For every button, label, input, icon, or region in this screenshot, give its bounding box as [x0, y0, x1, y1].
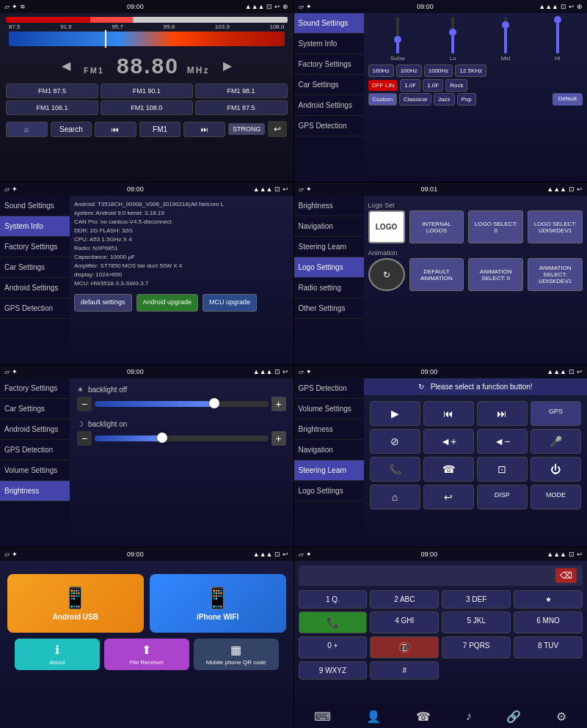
key-call[interactable]: 📞 — [299, 611, 368, 633]
search-button[interactable]: Search — [51, 122, 92, 137]
freq-100hz[interactable]: 100Hz — [396, 65, 422, 77]
menu-android-2[interactable]: Android Settings — [294, 95, 364, 116]
menu-gps-3[interactable]: GPS Detection — [0, 298, 70, 319]
android-upgrade-btn[interactable]: Android upgrade — [136, 294, 199, 312]
menu-car-2[interactable]: Car Settings — [294, 75, 364, 95]
anim-select-btn[interactable]: ANIMATION SELECT: 0 — [468, 258, 523, 291]
menu-logo-4[interactable]: Logo Settings — [294, 257, 364, 278]
phone-keyboard-icon[interactable]: ⌨ — [311, 707, 334, 727]
lo-track[interactable] — [451, 17, 454, 54]
prev-button[interactable]: ⏮ — [95, 122, 136, 137]
home-button[interactable]: ⌂ — [6, 122, 48, 137]
key-4[interactable]: 4 GHI — [370, 611, 439, 633]
anim-select-udisk-btn[interactable]: ANIMATION SELECT: UDISKDEV1 — [528, 258, 583, 291]
backlight-on-minus[interactable]: − — [77, 431, 92, 446]
key-3[interactable]: 3 DEF — [442, 590, 511, 608]
key-5[interactable]: 5 JKL — [442, 611, 511, 633]
key-2[interactable]: 2 ABC — [370, 590, 439, 608]
menu-factory-3[interactable]: Factory Settings — [0, 237, 70, 257]
preset-custom[interactable]: Custom — [368, 93, 398, 106]
steer-power[interactable]: ⏻ — [531, 457, 581, 482]
mcu-upgrade-btn[interactable]: MCU upgrade — [203, 294, 257, 312]
steer-vol-down[interactable]: ◄− — [477, 429, 528, 454]
key-1[interactable]: 1 Q. — [299, 590, 368, 608]
menu-nav-4[interactable]: Navigation — [294, 216, 364, 237]
preset-5[interactable]: FM1 108.0 — [101, 100, 193, 115]
key-7[interactable]: 7 PQRS — [442, 636, 511, 658]
preset-pop[interactable]: Pop — [457, 93, 476, 106]
menu-steer-4[interactable]: Steering Learn — [294, 237, 364, 257]
menu-sound-settings[interactable]: Sound Settings — [294, 13, 364, 34]
key-8[interactable]: 8 TUV — [514, 636, 583, 658]
backlight-off-thumb[interactable] — [209, 398, 219, 408]
freq-1000hz[interactable]: 1000Hz — [424, 65, 453, 77]
menu-brightness-6[interactable]: Brightness — [294, 419, 364, 440]
steer-prev[interactable]: ⏮ — [423, 401, 474, 426]
menu-brightness-4[interactable]: Brightness — [294, 196, 364, 216]
qr-code-button[interactable]: ▦ Mobile phone QR code — [194, 639, 279, 670]
back-button[interactable]: ↩ — [268, 121, 287, 137]
preset-6[interactable]: FM1 87.5 — [195, 100, 288, 115]
phone-settings-icon[interactable]: ⚙ — [553, 707, 569, 727]
menu-car-5[interactable]: Car Settings — [0, 399, 70, 419]
val-1f-2[interactable]: 1.0F — [423, 79, 443, 92]
steer-cam[interactable]: ⊡ — [477, 457, 528, 482]
steer-next[interactable]: ⏭ — [477, 401, 528, 426]
about-button[interactable]: ℹ About — [15, 639, 100, 670]
menu-gps-5[interactable]: GPS Detection — [0, 440, 70, 460]
steer-home[interactable]: ⌂ — [370, 485, 420, 510]
menu-gps-6[interactable]: GPS Detection — [294, 378, 364, 399]
steer-play[interactable]: ▶ — [370, 401, 420, 426]
logo-select-udisk-btn[interactable]: LOGO SELECT: UDISKDEV1 — [528, 210, 583, 243]
steer-vol-up[interactable]: ◄+ — [423, 429, 474, 454]
menu-sysinfo-3[interactable]: System Info — [0, 216, 70, 237]
backlight-on-plus[interactable]: + — [271, 431, 286, 446]
key-star[interactable]: ★ — [514, 590, 583, 608]
preset-4[interactable]: FM1 106.1 — [6, 100, 98, 115]
logo-select-btn[interactable]: LOGO SELECT: 0 — [468, 210, 523, 243]
val-rock[interactable]: Rock — [445, 79, 467, 92]
default-anim-btn[interactable]: DEFAULT ANIMATION — [409, 258, 464, 291]
menu-gps-2[interactable]: GPS Detection — [294, 116, 364, 136]
subw-track[interactable] — [396, 17, 399, 54]
steer-mic[interactable]: 🎤 — [531, 429, 581, 454]
menu-sound-3[interactable]: Sound Settings — [0, 196, 70, 216]
off-lin-label[interactable]: OFF LIN — [368, 80, 398, 91]
file-receiver-button[interactable]: ⬆ File Receiver — [104, 639, 189, 670]
default-button[interactable]: Default — [553, 93, 583, 106]
android-usb-button[interactable]: 📱 Android USB — [7, 574, 144, 633]
phone-link-icon[interactable]: 🔗 — [503, 707, 524, 727]
menu-factory-5[interactable]: Factory Settings — [0, 378, 70, 399]
band-label[interactable]: FM1 — [139, 122, 181, 137]
menu-steer-6[interactable]: Steering Learn — [294, 460, 364, 481]
menu-brightness-5[interactable]: Brightness — [0, 481, 70, 501]
hi-track[interactable] — [556, 17, 559, 54]
freq-125khz[interactable]: 12.5KHz — [455, 65, 486, 77]
freq-160hz[interactable]: 160Hz — [368, 65, 394, 77]
mid-track[interactable] — [504, 17, 507, 54]
backlight-on-track[interactable] — [95, 435, 269, 441]
menu-system-info-2[interactable]: System Info — [294, 34, 364, 54]
menu-other-4[interactable]: Other Settings — [294, 298, 364, 319]
preset-classical[interactable]: Classical — [399, 93, 431, 106]
preset-3[interactable]: FM1 98.1 — [195, 84, 288, 98]
steer-back[interactable]: ↩ — [423, 485, 474, 510]
menu-volume-6[interactable]: Volume Settings — [294, 399, 364, 419]
key-end[interactable]: 📵 — [370, 636, 439, 658]
backlight-off-track[interactable] — [95, 401, 269, 407]
menu-android-3[interactable]: Android Settings — [0, 278, 70, 298]
key-9[interactable]: 9 WXYZ — [299, 661, 368, 680]
backlight-off-minus[interactable]: − — [77, 397, 92, 411]
phone-contacts-icon[interactable]: 👤 — [363, 707, 384, 727]
next-button[interactable]: ⏭ — [183, 122, 225, 137]
backlight-on-thumb[interactable] — [157, 433, 167, 443]
phone-backspace-btn[interactable]: ⌫ — [555, 568, 577, 583]
default-settings-btn[interactable]: default settings — [74, 294, 132, 312]
menu-radio-4[interactable]: Radio setting — [294, 278, 364, 298]
key-6[interactable]: 6 MNO — [514, 611, 583, 633]
preset-2[interactable]: FM1 90.1 — [101, 84, 193, 98]
menu-logo-6[interactable]: Logo Settings — [294, 481, 364, 501]
steer-hangup[interactable]: ☎ — [423, 457, 474, 482]
menu-car-3[interactable]: Car Settings — [0, 257, 70, 278]
menu-android-5[interactable]: Android Settings — [0, 419, 70, 440]
